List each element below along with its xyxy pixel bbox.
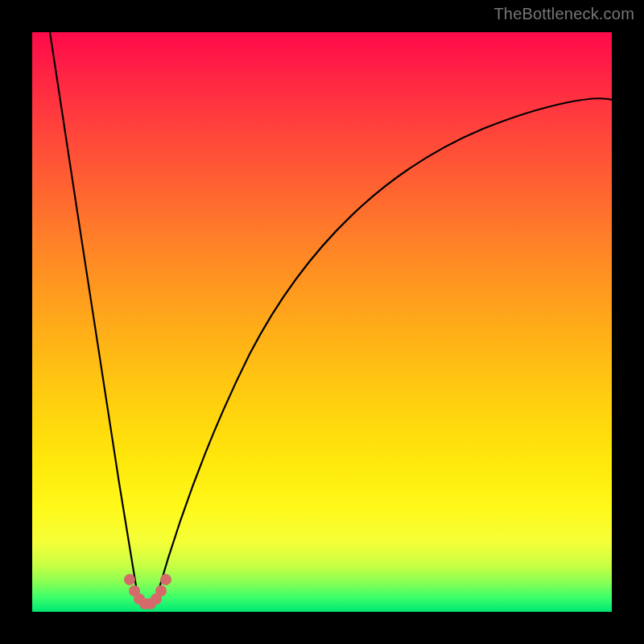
left-branch-curve [50,32,138,596]
right-branch-curve [157,98,612,596]
valley-dots-group [124,574,171,609]
chart-frame: TheBottleneck.com [0,0,644,644]
valley-dot [160,574,171,585]
plot-area [32,32,612,612]
curve-layer [32,32,612,612]
valley-dot [155,585,167,597]
watermark-text: TheBottleneck.com [493,5,634,23]
valley-dot [124,574,135,585]
